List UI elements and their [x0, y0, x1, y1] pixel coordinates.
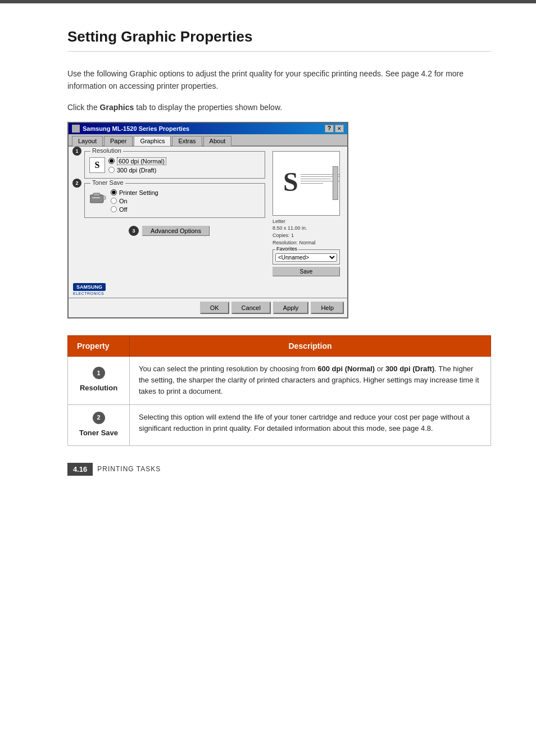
svg-rect-3: [92, 197, 100, 198]
preview-info: Letter 8.50 x 11.00 in. Copies: 1 Resolu…: [272, 218, 340, 246]
samsung-electronics: ELECTRONICS: [73, 292, 343, 295]
dialog-right-panel: S Letter 8.5: [270, 151, 343, 276]
toner-header-row: Printer Setting On Off: [89, 189, 260, 213]
preview-letter: S: [283, 168, 298, 195]
print-preview: S: [272, 151, 340, 216]
titlebar-left: Samsung ML-1520 Series Properties: [72, 125, 189, 133]
toner-on-row: On: [111, 198, 158, 204]
dialog-title: Samsung ML-1520 Series Properties: [83, 125, 189, 132]
resolution-600-bold: 600 dpi (Normal): [317, 365, 375, 373]
resolution-300-radio[interactable]: [108, 167, 115, 173]
toner-printersetting-label: Printer Setting: [119, 189, 158, 196]
close-button[interactable]: ✕: [335, 125, 344, 133]
graphics-tab-ref: Graphics: [100, 103, 134, 112]
page-footer: 4.16 PRINTING TASKS: [67, 463, 491, 476]
dialog-buttons: OK Cancel Apply Help: [69, 298, 347, 317]
favorites-dropdown[interactable]: <Unnamed>: [275, 253, 337, 262]
toner-section: 2 Toner Save: [84, 183, 265, 218]
page-number: 4.16: [67, 463, 93, 476]
tab-extras[interactable]: Extras: [172, 136, 202, 146]
toner-property-name: Toner Save: [77, 427, 120, 439]
toner-description-cell: Selecting this option will extend the li…: [130, 404, 491, 445]
dialog-body: 1 Resolution S 600 dpi (Normal): [69, 147, 347, 281]
resolution-300-row: 300 dpi (Draft): [108, 167, 166, 174]
preview-line-3: [301, 179, 331, 179]
cancel-button[interactable]: Cancel: [231, 302, 271, 314]
tab-paper[interactable]: Paper: [104, 136, 133, 146]
toner-off-row: Off: [111, 206, 158, 213]
resolution-property-name: Resolution: [77, 382, 120, 394]
page-container: Setting Graphic Properties Use the follo…: [0, 0, 536, 756]
resolution-table-number: 1: [93, 367, 105, 379]
printer-icon: [72, 125, 80, 133]
tab-about[interactable]: About: [203, 136, 232, 146]
samsung-logo-area: SAMSUNG ELECTRONICS: [69, 281, 347, 298]
description-header: Description: [130, 336, 491, 357]
resolution-label: Resolution: [90, 147, 123, 154]
resolution-property-cell: 1 Resolution: [68, 357, 130, 404]
tab-graphics[interactable]: Graphics: [134, 136, 171, 146]
chapter-name: PRINTING TASKS: [97, 465, 161, 473]
toner-radio-group: Printer Setting On Off: [111, 189, 158, 213]
page-title: Setting Graphic Properties: [67, 28, 491, 52]
titlebar-buttons: ? ✕: [325, 125, 344, 133]
resolution-300-label: 300 dpi (Draft): [117, 167, 156, 174]
toner-on-label: On: [119, 198, 128, 204]
dialog-left-panel: 1 Resolution S 600 dpi (Normal): [73, 151, 265, 276]
preview-scrollbar[interactable]: [333, 166, 338, 200]
table-row: 2 Toner Save Selecting this option will …: [68, 404, 491, 445]
advanced-circle-number: 3: [129, 226, 139, 236]
dialog-wrapper: Samsung ML-1520 Series Properties ? ✕ La…: [67, 122, 491, 318]
favorites-section: Favorites <Unnamed> Save: [272, 249, 340, 276]
svg-rect-2: [103, 196, 106, 199]
advanced-options-button[interactable]: Advanced Options: [142, 226, 210, 236]
tab-layout[interactable]: Layout: [72, 136, 103, 146]
toner-on-radio[interactable]: [111, 198, 117, 204]
resolution-header-row: S 600 dpi (Normal) 300 dpi (Draft): [89, 157, 260, 174]
favorites-box: Favorites <Unnamed>: [272, 249, 340, 265]
preview-line-5: [301, 183, 323, 184]
svg-rect-1: [93, 193, 100, 196]
click-instruction: Click the Graphics tab to display the pr…: [67, 103, 491, 112]
toner-printersetting-row: Printer Setting: [111, 189, 158, 196]
samsung-logo: SAMSUNG: [73, 283, 106, 291]
toner-svg: [90, 190, 107, 206]
help-button[interactable]: ?: [325, 125, 334, 133]
toner-property-cell: 2 Toner Save: [68, 404, 130, 445]
toner-printersetting-radio[interactable]: [111, 189, 117, 195]
resolution-600-radio[interactable]: [108, 158, 115, 164]
dialog-window: Samsung ML-1520 Series Properties ? ✕ La…: [67, 122, 348, 318]
help-dialog-button[interactable]: Help: [311, 302, 344, 314]
resolution-section: 1 Resolution S 600 dpi (Normal): [84, 151, 265, 179]
dialog-titlebar: Samsung ML-1520 Series Properties ? ✕: [69, 123, 347, 134]
ok-button[interactable]: OK: [200, 302, 229, 314]
toner-table-number: 2: [93, 412, 105, 424]
resolution-number: 1: [72, 147, 81, 156]
toner-label: Toner Save: [90, 179, 125, 186]
resolution-icon: S: [89, 157, 105, 173]
property-header: Property: [68, 336, 130, 357]
preview-content: S: [281, 168, 331, 198]
preview-copies: Copies: 1: [272, 232, 340, 239]
favorites-label: Favorites: [275, 246, 298, 252]
samsung-logo-block: SAMSUNG ELECTRONICS: [73, 283, 343, 295]
favorites-save-button[interactable]: Save: [272, 267, 340, 276]
dialog-tabs: Layout Paper Graphics Extras About: [69, 134, 347, 147]
apply-button[interactable]: Apply: [273, 302, 309, 314]
table-row: 1 Resolution You can select the printing…: [68, 357, 491, 404]
advanced-row: 3 Advanced Options: [73, 222, 265, 239]
resolution-300-bold: 300 dpi (Draft): [385, 365, 434, 373]
toner-off-radio[interactable]: [111, 206, 117, 212]
resolution-600-row: 600 dpi (Normal): [108, 157, 166, 165]
top-border: [0, 0, 536, 3]
resolution-description-cell: You can select the printing resolution b…: [130, 357, 491, 404]
preview-paper-size: Letter: [272, 218, 340, 225]
toner-off-label: Off: [119, 206, 127, 213]
toner-number: 2: [72, 179, 81, 188]
table-header-row: Property Description: [68, 336, 491, 357]
preview-resolution: Resolution: Normal: [272, 239, 340, 247]
resolution-600-label: 600 dpi (Normal): [117, 157, 166, 165]
toner-icon: [89, 189, 107, 207]
intro-text: Use the following Graphic options to adj…: [67, 67, 491, 93]
resolution-radio-group: 600 dpi (Normal) 300 dpi (Draft): [108, 157, 166, 174]
